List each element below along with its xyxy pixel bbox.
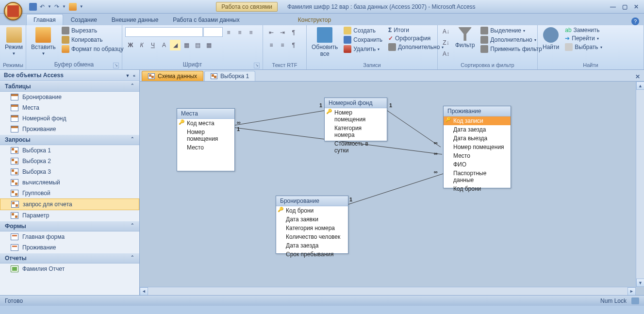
ribbon-tab-create[interactable]: Создание [64,15,104,25]
er-field[interactable]: ФИО [444,160,511,169]
document-close-button[interactable]: ✕ [631,72,644,81]
redo-dropdown-icon[interactable]: ▼ [62,4,66,9]
clear-sort-button[interactable]: A↕ [441,49,451,59]
er-field[interactable]: Код места [177,119,234,128]
align-left-button[interactable]: ≡ [223,27,234,38]
maximize-button[interactable]: ▢ [620,3,629,11]
undo-button[interactable]: ↶ [40,3,45,10]
horizontal-scrollbar[interactable]: ◄► [140,287,636,295]
sort-desc-button[interactable]: Z↓ [441,37,451,48]
advanced-filter-button[interactable]: Дополнительно ▾ [479,35,544,44]
er-field[interactable]: Код записи [444,116,511,125]
nav-item[interactable]: Выборка 1 [0,145,139,156]
minimize-button[interactable]: — [608,3,618,11]
office-button[interactable] [4,2,22,20]
sort-asc-button[interactable]: A↓ [441,26,451,37]
nav-category-reports[interactable]: Отчеты⌃ [0,253,139,264]
er-field[interactable]: Номер помещения [177,128,234,143]
totals-button[interactable]: ΣИтоги [386,26,446,34]
undo-dropdown-icon[interactable]: ▼ [48,4,51,9]
align-center-button[interactable]: ≡ [234,27,245,38]
nav-dropdown-icon[interactable]: ▼ [125,73,130,78]
format-painter-button[interactable]: Формат по образцу [60,45,126,53]
nav-item[interactable]: Фамилия Отчет [0,264,139,274]
view-button[interactable]: Режим▼ [3,26,25,57]
er-table-header[interactable]: Места [177,109,234,119]
decrease-indent-button[interactable]: ⇤ [266,27,277,38]
er-table-header[interactable]: Бронирование [276,196,348,206]
nav-item[interactable]: Параметр [0,210,139,221]
er-field[interactable]: Паспортные данные [444,169,511,184]
er-field[interactable]: Количество человек [276,232,348,241]
ribbon-tab-home[interactable]: Главная [26,14,63,25]
nav-item[interactable]: Бронирование [0,92,139,102]
open-icon[interactable] [69,3,77,11]
font-name-combo[interactable] [125,27,203,37]
scroll-up-icon[interactable]: ▲ [636,82,644,90]
document-tab[interactable]: Выборка 1 [204,71,255,81]
view-shortcut-icon[interactable] [631,297,639,304]
ribbon-tab-design[interactable]: Конструктор [291,15,338,25]
font-color-button[interactable]: A [159,40,169,50]
scroll-right-icon[interactable]: ► [627,287,636,296]
close-button[interactable]: ✕ [631,3,641,11]
er-field[interactable]: Место [444,151,511,160]
er-field[interactable]: Код брони [276,206,348,215]
er-field[interactable]: Категория номера [276,224,348,232]
ribbon-tab-external[interactable]: Внешние данные [105,15,165,25]
nav-item[interactable]: Проживание [0,242,139,253]
gridlines2-button[interactable]: ▦ [203,40,214,50]
nav-category-tables[interactable]: Таблицы⌃ [0,81,139,92]
nav-item[interactable]: Выборка 2 [0,156,139,166]
scroll-down-icon[interactable]: ▼ [636,279,644,287]
bullets-button[interactable]: ≡ [277,40,288,50]
bold-button[interactable]: Ж [125,40,136,50]
nav-item[interactable]: Главная форма [0,231,139,242]
er-table-mesta[interactable]: МестаКод местаНомер помещенияМесто [177,108,235,171]
nav-category-queries[interactable]: Запросы⌃ [0,134,139,145]
scroll-left-icon[interactable]: ◄ [140,287,148,296]
nav-collapse-icon[interactable]: « [133,73,135,78]
er-field[interactable]: Дата выезда [444,134,511,143]
nav-item[interactable]: Места [0,102,139,113]
er-field[interactable]: Стоимость в сутки [325,139,387,155]
er-table-nomerfond[interactable]: Номерной фондНомер помещенияКатегория но… [324,98,387,141]
spelling-button[interactable]: ✓Орфография [386,34,446,42]
document-tab[interactable]: Схема данных [142,71,203,81]
er-field[interactable]: Дата заезда [444,125,511,134]
er-table-header[interactable]: Проживание [444,106,511,116]
fill-color-button[interactable]: ◢ [170,40,181,50]
nav-category-forms[interactable]: Формы⌃ [0,221,139,231]
er-field[interactable]: Номер помещения [325,108,387,124]
er-table-header[interactable]: Номерной фонд [325,98,387,108]
clipboard-launcher-icon[interactable]: ↘ [113,63,119,68]
underline-button[interactable]: Ч [148,40,158,50]
er-field[interactable]: Номер помещения [444,143,511,151]
replace-button[interactable]: abЗаменить [563,26,604,34]
nav-item[interactable]: Групповой [0,188,139,198]
find-button[interactable]: Найти [541,26,561,51]
gridlines-button[interactable]: ▦ [181,40,192,50]
redo-button[interactable]: ↷ [54,3,59,10]
er-table-bronirovanie[interactable]: БронированиеКод брониДата заявкиКатегори… [276,196,348,254]
font-size-combo[interactable] [203,27,223,37]
help-icon[interactable]: ? [631,17,639,25]
paste-button[interactable]: Вставить▼ [29,26,58,57]
er-table-prozhivanie[interactable]: ПроживаниеКод записиДата заездаДата выез… [443,106,511,188]
italic-button[interactable]: К [136,40,147,50]
nav-item[interactable]: запрос для отчета [0,198,139,210]
select-button[interactable]: Выбрать ▾ [563,43,604,51]
font-launcher-icon[interactable]: ↘ [254,63,260,68]
nav-item[interactable]: вычисляемый [0,177,139,188]
increase-indent-button[interactable]: ⇥ [277,27,288,38]
ribbon-tab-dbtools[interactable]: Работа с базами данных [166,15,246,25]
nav-item[interactable]: Выборка 3 [0,166,139,177]
selection-filter-button[interactable]: Выделение ▾ [479,26,544,35]
refresh-all-button[interactable]: Обновить все [310,26,340,58]
new-record-button[interactable]: Создать [342,26,384,35]
nav-item[interactable]: Проживание [0,124,139,134]
filter-button[interactable]: Фильтр [453,26,477,50]
toggle-filter-button[interactable]: Применить фильтр [479,45,544,53]
rtl-button[interactable]: ¶ [288,40,299,50]
copy-button[interactable]: Копировать [60,35,126,44]
